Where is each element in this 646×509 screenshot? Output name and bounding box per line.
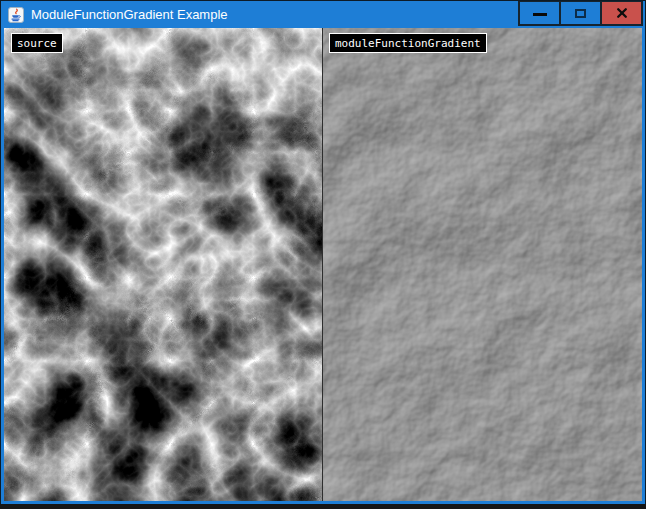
minimize-icon [533, 13, 547, 16]
window-controls [518, 1, 643, 27]
close-icon [616, 7, 628, 19]
close-button[interactable] [600, 1, 643, 26]
window-content: source moduleFunctionGradient [0, 28, 646, 501]
source-noise-image [4, 28, 322, 501]
panel-module-function-gradient: moduleFunctionGradient [323, 28, 642, 501]
titlebar[interactable]: ModuleFunctionGradient Example [0, 1, 646, 28]
minimize-button[interactable] [518, 1, 561, 26]
java-coffee-cup-icon [8, 7, 24, 23]
maximize-button[interactable] [559, 1, 602, 26]
window-title: ModuleFunctionGradient Example [31, 7, 228, 22]
gradient-noise-image [323, 28, 642, 501]
source-label: source [11, 33, 63, 53]
panel-source: source [4, 28, 322, 501]
module-function-gradient-label: moduleFunctionGradient [329, 33, 487, 53]
maximize-icon [575, 9, 586, 18]
app-window: ModuleFunctionGradient Example [0, 0, 646, 509]
desktop-shadow-strip [0, 504, 646, 509]
